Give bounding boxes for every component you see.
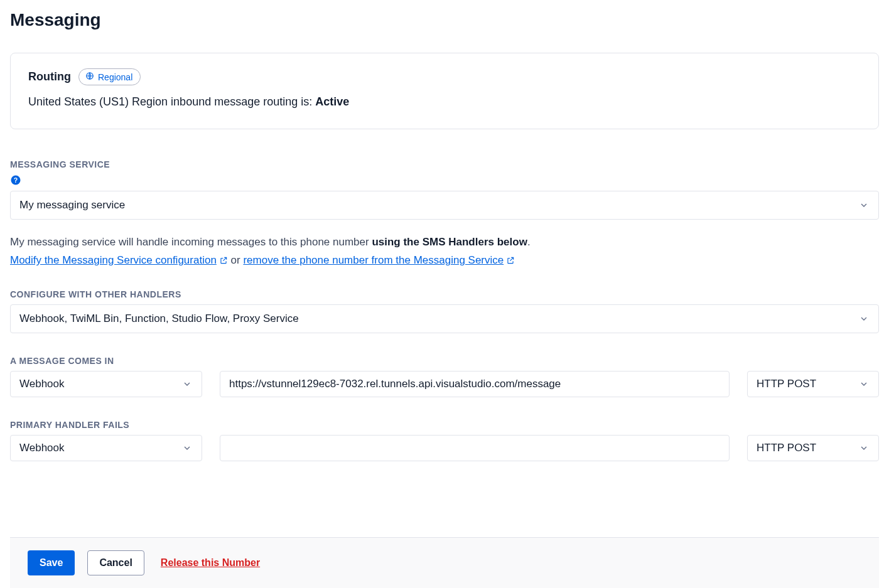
other-handlers-label: CONFIGURE WITH OTHER HANDLERS [10, 289, 879, 299]
modify-config-link[interactable]: Modify the Messaging Service configurati… [10, 254, 228, 267]
message-in-method-select[interactable]: HTTP POST [747, 371, 879, 397]
page-title: Messaging [10, 10, 879, 30]
globe-icon [85, 72, 94, 82]
fail-type: Webhook [10, 435, 202, 461]
messaging-service-label: MESSAGING SERVICE [10, 159, 879, 169]
or-text: or [231, 254, 244, 266]
message-in-url-input[interactable] [220, 371, 730, 397]
routing-status-prefix: United States (US1) Region inbound messa… [28, 95, 315, 108]
primary-handler-fails-label: PRIMARY HANDLER FAILS [10, 420, 879, 430]
external-link-icon [219, 256, 228, 265]
messaging-service-select[interactable]: My messaging service [10, 191, 879, 220]
external-link-icon [506, 256, 515, 265]
other-handlers-selected: Webhook, TwiML Bin, Function, Studio Flo… [10, 304, 879, 333]
routing-heading: Routing [28, 70, 71, 83]
regional-badge[interactable]: Regional [78, 68, 141, 85]
message-in-type: Webhook [10, 371, 202, 397]
routing-status: United States (US1) Region inbound messa… [28, 95, 861, 109]
help-icon[interactable]: ? [10, 174, 21, 186]
message-comes-in-label: A MESSAGE COMES IN [10, 356, 879, 366]
messaging-service-description: My messaging service will handle incomin… [10, 233, 879, 250]
routing-card: Routing Regional United States (US1) Reg… [10, 53, 879, 129]
message-in-type-select[interactable]: Webhook [10, 371, 202, 397]
regional-badge-label: Regional [98, 72, 132, 82]
svg-text:?: ? [14, 176, 18, 184]
fail-method-select[interactable]: HTTP POST [747, 435, 879, 461]
other-handlers-select[interactable]: Webhook, TwiML Bin, Function, Studio Flo… [10, 304, 879, 333]
fail-url-input[interactable] [220, 435, 730, 461]
message-in-method: HTTP POST [747, 371, 879, 397]
remove-number-link[interactable]: remove the phone number from the Messagi… [243, 254, 515, 267]
routing-status-value: Active [315, 95, 349, 108]
messaging-service-selected: My messaging service [10, 191, 879, 220]
fail-method: HTTP POST [747, 435, 879, 461]
fail-type-select[interactable]: Webhook [10, 435, 202, 461]
